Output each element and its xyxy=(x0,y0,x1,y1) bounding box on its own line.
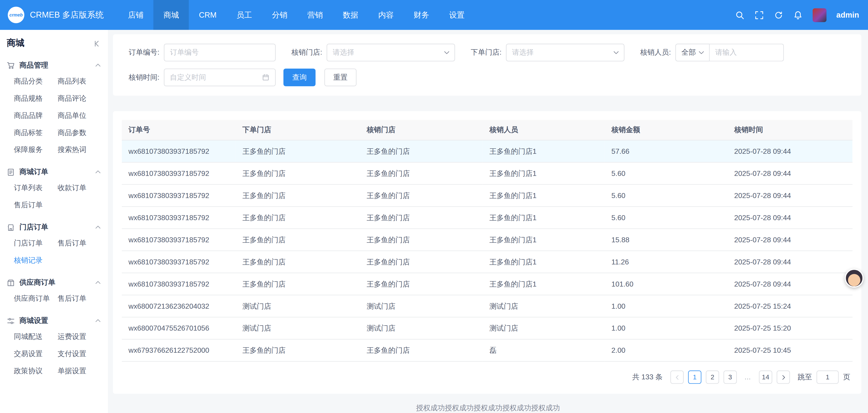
nav-item-店铺[interactable]: 店铺 xyxy=(118,0,153,30)
table-row[interactable]: wx681073803937185792王多鱼的门店王多鱼的门店王多鱼的门店15… xyxy=(122,207,852,229)
staff-name-input[interactable]: 请输入 xyxy=(710,43,784,61)
nav-item-营销[interactable]: 营销 xyxy=(298,0,333,30)
filter-verify-store: 核销门店: 请选择 xyxy=(289,43,455,61)
table-row[interactable]: wx679376626122752000王多鱼的门店王多鱼的门店磊2.00202… xyxy=(122,339,852,361)
table-row[interactable]: wx681073803937185792王多鱼的门店王多鱼的门店王多鱼的门店15… xyxy=(122,184,852,207)
sidebar-item-商品品牌[interactable]: 商品品牌 xyxy=(14,107,57,124)
table-cell: 2.00 xyxy=(604,339,727,361)
staff-type-select[interactable]: 全部 xyxy=(675,43,710,61)
sidebar-item-政策协议[interactable]: 政策协议 xyxy=(14,362,57,379)
sidebar-item-保障服务[interactable]: 保障服务 xyxy=(14,141,57,158)
sidebar-item-售后订单[interactable]: 售后订单 xyxy=(58,290,101,307)
table-cell: 2025-07-28 09:44 xyxy=(727,251,852,273)
next-page-button[interactable] xyxy=(777,371,790,384)
table-cell: 2025-07-25 15:20 xyxy=(727,317,852,339)
table-row[interactable]: wx681073803937185792王多鱼的门店王多鱼的门店王多鱼的门店15… xyxy=(122,140,852,162)
table-cell: wx679376626122752000 xyxy=(122,339,236,361)
sidebar-item-商品规格[interactable]: 商品规格 xyxy=(14,90,57,107)
sidebar-item-收款订单[interactable]: 收款订单 xyxy=(58,179,101,196)
sidebar-item-商品参数[interactable]: 商品参数 xyxy=(58,124,101,141)
filter-verify-staff: 核销人员: 全部 请输入 xyxy=(638,43,784,61)
page-button-3[interactable]: 3 xyxy=(723,371,737,384)
sidebar-item-售后订单[interactable]: 售后订单 xyxy=(58,234,101,251)
verify-store-select[interactable]: 请选择 xyxy=(327,43,455,61)
column-header: 核销时间 xyxy=(727,120,852,140)
nav-item-财务[interactable]: 财务 xyxy=(404,0,439,30)
refresh-icon[interactable] xyxy=(774,10,783,20)
sidebar-item-运费设置[interactable]: 运费设置 xyxy=(58,328,101,345)
table-cell: 测试门店 xyxy=(360,317,483,339)
menu-group-header[interactable]: 门店订单 xyxy=(6,222,101,232)
table-cell: wx680070475526701056 xyxy=(122,317,236,339)
menu-group-header[interactable]: 商城设置 xyxy=(6,316,101,325)
bell-icon[interactable] xyxy=(793,10,803,20)
sidebar-item-供应商订单[interactable]: 供应商订单 xyxy=(14,290,57,307)
table-row[interactable]: wx680072136236204032测试门店测试门店测试门店1.002025… xyxy=(122,295,852,317)
mall-settings-icon xyxy=(6,317,15,325)
sidebar-item-交易设置[interactable]: 交易设置 xyxy=(14,345,57,362)
page-button-2[interactable]: 2 xyxy=(706,371,719,384)
sidebar-item-售后订单[interactable]: 售后订单 xyxy=(14,196,57,213)
nav-item-设置[interactable]: 设置 xyxy=(439,0,475,30)
table-cell: wx681073803937185792 xyxy=(122,229,236,251)
table-body: wx681073803937185792王多鱼的门店王多鱼的门店王多鱼的门店15… xyxy=(122,140,852,362)
chevron-up-icon[interactable] xyxy=(95,317,101,324)
table-cell: 101.60 xyxy=(604,273,727,295)
username[interactable]: admin xyxy=(836,11,859,20)
sidebar-menu: 商品管理商品分类商品列表商品规格商品评论商品品牌商品单位商品标签商品参数保障服务… xyxy=(0,60,108,379)
sidebar-item-单据设置[interactable]: 单据设置 xyxy=(58,362,101,379)
collapse-sidebar-icon[interactable] xyxy=(92,39,101,48)
sidebar-item-搜索热词[interactable]: 搜索热词 xyxy=(58,141,101,158)
sidebar-item-商品评论[interactable]: 商品评论 xyxy=(58,90,101,107)
jump-page-input[interactable] xyxy=(816,371,839,384)
nav-item-员工[interactable]: 员工 xyxy=(226,0,262,30)
sidebar-item-核销记录[interactable]: 核销记录 xyxy=(14,251,57,269)
menu-group-header[interactable]: 商品管理 xyxy=(6,60,101,70)
chevron-up-icon[interactable] xyxy=(95,62,101,68)
user-avatar[interactable] xyxy=(813,8,827,22)
sidebar-item-商品分类[interactable]: 商品分类 xyxy=(14,72,57,90)
sidebar-item-订单列表[interactable]: 订单列表 xyxy=(14,179,57,196)
calendar-icon xyxy=(262,74,270,81)
menu-group-header[interactable]: 供应商订单 xyxy=(6,277,101,287)
nav-item-内容[interactable]: 内容 xyxy=(368,0,404,30)
nav-item-数据[interactable]: 数据 xyxy=(333,0,368,30)
menu-group-header[interactable]: 商城订单 xyxy=(6,167,101,177)
fullscreen-icon[interactable] xyxy=(754,10,764,20)
table-row[interactable]: wx680070475526701056测试门店测试门店测试门店1.002025… xyxy=(122,317,852,339)
search-button[interactable]: 查询 xyxy=(283,69,315,86)
reset-button[interactable]: 重置 xyxy=(324,69,356,86)
nav-item-分销[interactable]: 分销 xyxy=(262,0,298,30)
sidebar-item-商品单位[interactable]: 商品单位 xyxy=(58,107,101,124)
sidebar-item-支付设置[interactable]: 支付设置 xyxy=(58,345,101,362)
sidebar-item-商品列表[interactable]: 商品列表 xyxy=(58,72,101,90)
table-cell: 2025-07-28 09:44 xyxy=(727,184,852,207)
table-row[interactable]: wx681073803937185792王多鱼的门店王多鱼的门店王多鱼的门店11… xyxy=(122,229,852,251)
chevron-up-icon[interactable] xyxy=(95,169,101,175)
app-logo[interactable]: crmeb CRMEB 多店版系统 xyxy=(0,6,118,23)
floating-service-avatar[interactable] xyxy=(845,269,864,287)
order-no-input[interactable]: 订单编号 xyxy=(164,43,276,61)
chevron-down-icon xyxy=(698,49,705,56)
page-button-1[interactable]: 1 xyxy=(688,371,702,384)
page-button-14[interactable]: 14 xyxy=(759,371,772,384)
table-row[interactable]: wx681073803937185792王多鱼的门店王多鱼的门店王多鱼的门店15… xyxy=(122,162,852,184)
nav-item-CRM[interactable]: CRM xyxy=(189,0,226,30)
prev-page-button[interactable] xyxy=(671,371,684,384)
sidebar-item-商品标签[interactable]: 商品标签 xyxy=(14,124,57,141)
table-cell: wx681073803937185792 xyxy=(122,273,236,295)
sidebar-item-门店订单[interactable]: 门店订单 xyxy=(14,234,57,251)
table-row[interactable]: wx681073803937185792王多鱼的门店王多鱼的门店王多鱼的门店11… xyxy=(122,251,852,273)
table-row[interactable]: wx681073803937185792王多鱼的门店王多鱼的门店王多鱼的门店11… xyxy=(122,273,852,295)
nav-item-商城[interactable]: 商城 xyxy=(153,0,189,30)
chevron-up-icon[interactable] xyxy=(95,279,101,286)
table-cell: 2025-07-28 09:44 xyxy=(727,207,852,229)
table-cell: 5.60 xyxy=(604,207,727,229)
chevron-up-icon[interactable] xyxy=(95,224,101,231)
search-icon[interactable] xyxy=(735,10,745,20)
menu-group: 供应商订单供应商订单售后订单 xyxy=(0,277,108,307)
order-store-select[interactable]: 请选择 xyxy=(506,43,624,61)
sidebar-item-同城配送[interactable]: 同城配送 xyxy=(14,328,57,345)
verify-time-input[interactable]: 自定义时间 xyxy=(164,69,276,86)
table-cell: 王多鱼的门店 xyxy=(236,140,360,162)
